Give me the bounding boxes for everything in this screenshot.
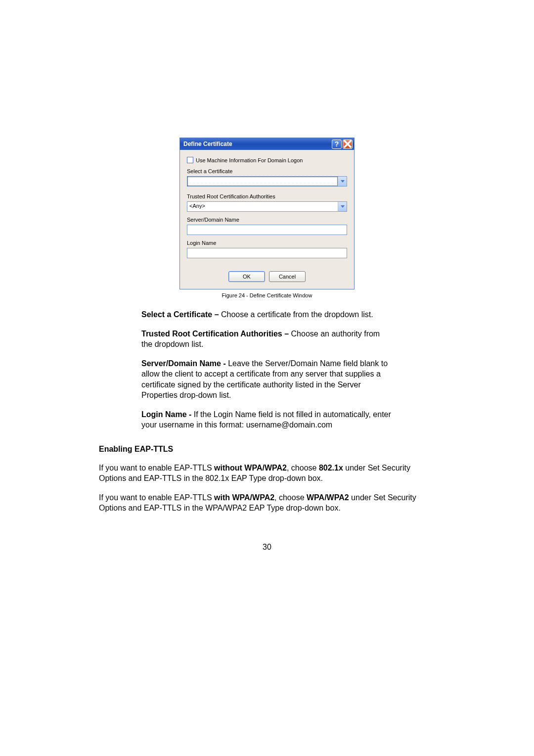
ok-button[interactable]: OK [228,271,265,282]
select-certificate-value [187,177,338,186]
server-domain-label: Server/Domain Name [187,217,347,223]
cancel-button[interactable]: Cancel [269,271,306,282]
select-certificate-dropdown[interactable] [187,176,347,187]
trusted-root-dropdown[interactable]: <Any> [187,201,347,212]
paragraph-select-certificate: Select a Certificate – Choose a certific… [99,309,435,320]
trusted-root-label: Trusted Root Certification Authorities [187,193,347,199]
dialog-title: Define Certificate [183,141,331,147]
chevron-down-icon [338,177,347,186]
checkbox-icon [187,157,193,163]
figure-caption: Figure 24 - Define Certificate Window [99,292,435,298]
login-name-label: Login Name [187,240,347,246]
define-certificate-dialog: Define Certificate ? Use Machine Informa… [179,138,355,289]
chevron-down-icon [338,202,347,211]
server-domain-input[interactable] [187,225,347,235]
page-number: 30 [99,543,435,552]
login-name-input[interactable] [187,248,347,258]
paragraph-login-name: Login Name - If the Login Name field is … [99,409,435,430]
dialog-titlebar: Define Certificate ? [180,138,354,150]
trusted-root-value: <Any> [187,202,338,211]
paragraph-trusted-root: Trusted Root Certification Authorities –… [99,329,435,349]
paragraph-server-domain: Server/Domain Name - Leave the Server/Do… [99,358,435,400]
machine-info-checkbox-row[interactable]: Use Machine Information For Domain Logon [187,157,347,163]
paragraph-with-wpa: If you want to enable EAP-TTLS with WPA/… [99,492,435,513]
paragraph-without-wpa: If you want to enable EAP-TTLS without W… [99,463,435,483]
machine-info-checkbox-label: Use Machine Information For Domain Logon [196,157,303,163]
help-button[interactable]: ? [332,140,342,149]
close-button[interactable] [343,140,353,149]
heading-enabling-eap-ttls: Enabling EAP-TTLS [99,445,435,454]
select-certificate-label: Select a Certificate [187,168,347,174]
